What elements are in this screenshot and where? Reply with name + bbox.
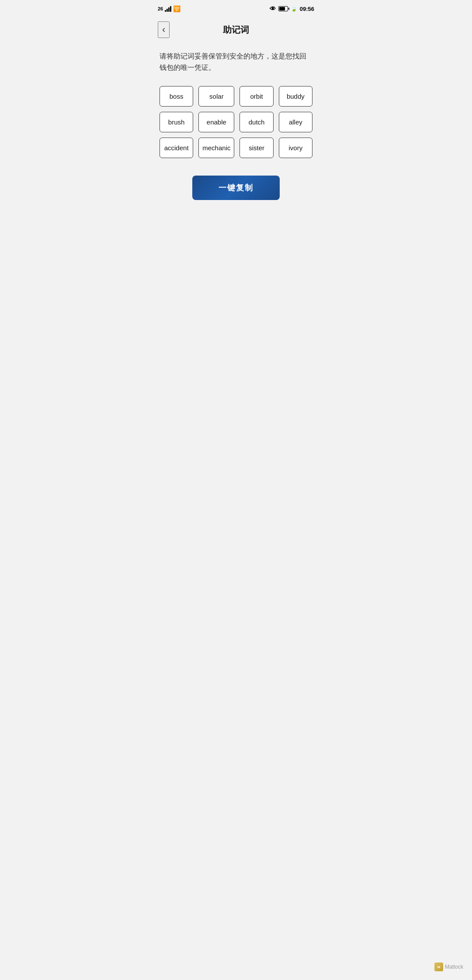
page-title: 助记词 bbox=[223, 24, 249, 36]
copy-button[interactable]: 一键复制 bbox=[192, 176, 280, 200]
description-text: 请将助记词妥善保管到安全的地方，这是您找回钱包的唯一凭证。 bbox=[160, 51, 312, 73]
mnemonic-grid: bosssolarorbitbuddybrushenabledutchalley… bbox=[160, 86, 312, 158]
mnemonic-word-9: accident bbox=[160, 138, 193, 158]
main-content: 请将助记词妥善保管到安全的地方，这是您找回钱包的唯一凭证。 bosssolaro… bbox=[151, 42, 321, 209]
mnemonic-word-2: solar bbox=[198, 86, 234, 107]
status-left: 26 🛜 bbox=[158, 5, 180, 12]
mnemonic-word-6: enable bbox=[198, 112, 234, 132]
mnemonic-word-7: dutch bbox=[239, 112, 273, 132]
eye-icon: 👁 bbox=[270, 5, 276, 12]
mnemonic-word-12: ivory bbox=[279, 138, 312, 158]
wifi-icon: 🛜 bbox=[173, 5, 180, 12]
status-right: 👁 🍃 09:56 bbox=[270, 5, 314, 12]
network-type: 26 bbox=[158, 6, 163, 11]
battery-icon bbox=[278, 6, 288, 11]
time-display: 09:56 bbox=[300, 6, 314, 12]
mnemonic-word-5: brush bbox=[160, 112, 193, 132]
signal-icon bbox=[165, 6, 171, 12]
mnemonic-word-11: sister bbox=[239, 138, 273, 158]
mnemonic-word-3: orbit bbox=[239, 86, 273, 107]
mnemonic-word-10: mechanic bbox=[198, 138, 234, 158]
copy-button-container: 一键复制 bbox=[160, 176, 312, 200]
mnemonic-word-8: alley bbox=[279, 112, 312, 132]
back-button[interactable]: ‹ bbox=[158, 21, 170, 38]
mnemonic-word-4: buddy bbox=[279, 86, 312, 107]
leaf-icon: 🍃 bbox=[291, 6, 297, 12]
status-bar: 26 🛜 👁 🍃 09:56 bbox=[151, 0, 321, 17]
mnemonic-word-1: boss bbox=[160, 86, 193, 107]
nav-bar: ‹ 助记词 bbox=[151, 17, 321, 42]
